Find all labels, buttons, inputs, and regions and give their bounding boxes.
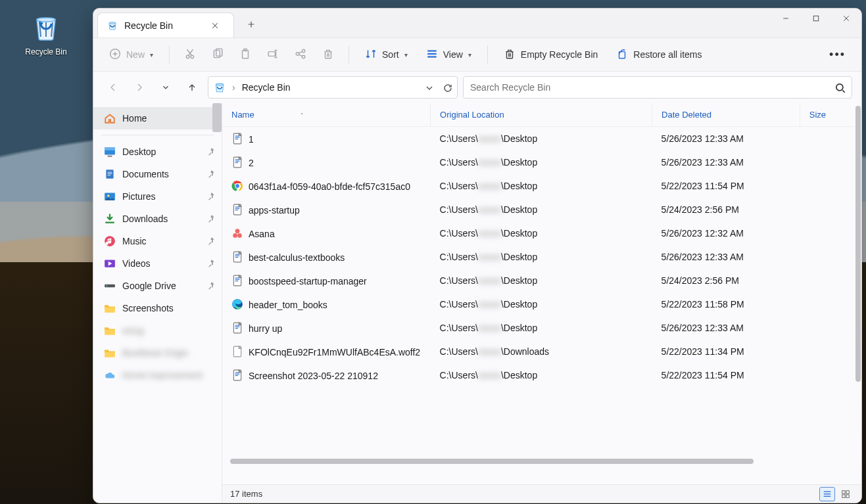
paste-icon xyxy=(239,48,251,62)
up-button[interactable] xyxy=(181,77,203,98)
sidebar-item[interactable]: Google Drive xyxy=(93,275,222,297)
sidebar-label: Desktop xyxy=(122,147,156,157)
maximize-button[interactable] xyxy=(801,9,831,28)
pictures-icon xyxy=(104,191,116,202)
share-button[interactable] xyxy=(289,44,312,66)
recent-button[interactable] xyxy=(155,77,176,98)
file-row[interactable]: hurry upC:\Users\xxxxx\Desktop5/26/2023 … xyxy=(222,316,854,340)
scrollbar-thumb[interactable] xyxy=(855,106,861,382)
file-row[interactable]: KFOlCnqEu92Fr1MmWUlfABc4EsA.woff2C:\User… xyxy=(222,340,854,363)
sidebar-item[interactable]: Pictures xyxy=(93,185,222,208)
file-row[interactable]: Screenshot 2023-05-22 210912C:\Users\xxx… xyxy=(222,363,854,387)
sidebar-item[interactable]: Screenshots xyxy=(93,297,222,319)
cell-location: C:\Users\xxxxx\Desktop xyxy=(431,221,652,245)
address-bar[interactable]: › Recycle Bin xyxy=(208,76,458,99)
sidebar-item[interactable]: Bookbeat Origin xyxy=(93,342,222,364)
file-icon xyxy=(231,322,242,332)
chevron-down-icon: ▾ xyxy=(150,51,153,58)
sidebar-item[interactable]: Desktop xyxy=(93,141,222,163)
file-row[interactable]: header_tom_booksC:\Users\xxxxx\Desktop5/… xyxy=(222,292,854,316)
rename-icon xyxy=(267,48,279,62)
sidebar-item[interactable]: esizg xyxy=(93,319,222,342)
more-button[interactable]: ••• xyxy=(823,45,852,64)
cell-location: C:\Users\xxxxx\Desktop xyxy=(431,150,652,174)
file-icon xyxy=(231,180,242,191)
column-header-name[interactable]: Name˄ xyxy=(222,103,431,127)
rename-button[interactable] xyxy=(262,44,284,66)
sidebar-label: esizg xyxy=(122,325,144,336)
file-row[interactable]: 2C:\Users\xxxxx\Desktop5/26/2023 12:33 A… xyxy=(222,150,854,174)
refresh-button[interactable] xyxy=(443,82,453,93)
column-header-date-deleted[interactable]: Date Deleted xyxy=(652,103,800,127)
cell-size xyxy=(800,198,854,221)
cell-date: 5/26/2023 12:33 AM xyxy=(652,245,800,269)
file-icon xyxy=(231,369,242,380)
empty-recycle-bin-button[interactable]: Empty Recycle Bin xyxy=(497,44,604,66)
plus-icon xyxy=(109,48,121,62)
horizontal-scrollbar[interactable] xyxy=(230,458,852,465)
file-row[interactable]: 0643f1a4-f059-40a0-bfde-fcf57c315ac0C:\U… xyxy=(222,174,854,198)
copy-button[interactable] xyxy=(206,44,229,66)
minimize-button[interactable] xyxy=(771,9,801,28)
new-button[interactable]: New ▾ xyxy=(103,44,160,66)
search-box[interactable] xyxy=(463,76,852,99)
titlebar: Recycle Bin xyxy=(93,9,861,37)
file-row[interactable]: boostspeed-startup-managerC:\Users\xxxxx… xyxy=(222,269,854,292)
sidebar-item[interactable]: Documents xyxy=(93,163,222,185)
delete-button[interactable] xyxy=(317,44,339,66)
share-icon xyxy=(295,48,306,62)
file-row[interactable]: best-calculus-textbooksC:\Users\xxxxx\De… xyxy=(222,245,854,269)
cell-name: header_tom_books xyxy=(222,292,431,316)
file-row[interactable]: 1C:\Users\xxxxx\Desktop5/26/2023 12:33 A… xyxy=(222,127,854,151)
details-view-button[interactable] xyxy=(819,487,835,501)
file-icon xyxy=(231,298,242,309)
tab-recycle-bin[interactable]: Recycle Bin xyxy=(97,12,234,37)
pin-icon xyxy=(207,237,216,246)
file-row[interactable]: apps-startupC:\Users\xxxxx\Desktop5/24/2… xyxy=(222,198,854,221)
sidebar-item[interactable]: Home improvement xyxy=(93,364,222,386)
close-tab-button[interactable] xyxy=(206,16,224,35)
column-header-original-location[interactable]: Original Location xyxy=(431,103,652,127)
column-header-size[interactable]: Size xyxy=(800,103,854,127)
sidebar-label: Videos xyxy=(122,258,151,269)
sidebar-item[interactable]: Videos xyxy=(93,252,222,275)
home-icon xyxy=(104,112,116,124)
forward-button[interactable] xyxy=(129,77,150,98)
sort-indicator-icon: ˄ xyxy=(301,112,304,119)
paste-button[interactable] xyxy=(234,44,256,66)
status-bar: 17 items xyxy=(222,484,861,503)
new-tab-button[interactable] xyxy=(239,12,263,36)
file-row[interactable]: AsanaC:\Users\xxxxx\Desktop5/26/2023 12:… xyxy=(222,221,854,245)
music-icon xyxy=(104,235,116,247)
folder-icon xyxy=(104,325,116,336)
sidebar-item[interactable]: Music xyxy=(93,230,222,252)
restore-all-button[interactable]: Restore all items xyxy=(610,44,708,66)
scrollbar-thumb[interactable] xyxy=(212,103,222,132)
cell-name: 2 xyxy=(222,150,431,174)
nav-pane: Home DesktopDocumentsPicturesDownloadsMu… xyxy=(93,103,222,503)
close-button[interactable] xyxy=(831,9,861,28)
videos-icon xyxy=(104,258,116,269)
large-icons-view-button[interactable] xyxy=(838,487,854,501)
cell-date: 5/26/2023 12:33 AM xyxy=(652,127,800,151)
desktop-recycle-bin[interactable]: Recycle Bin xyxy=(20,13,72,57)
cell-location: C:\Users\xxxxx\Desktop xyxy=(431,198,652,221)
sidebar-item[interactable]: Downloads xyxy=(93,208,222,230)
sidebar-home[interactable]: Home xyxy=(93,107,222,129)
chevron-right-icon: › xyxy=(232,82,235,93)
cut-button[interactable] xyxy=(179,44,201,66)
scrollbar-thumb[interactable] xyxy=(230,459,754,464)
file-icon xyxy=(231,346,242,356)
cell-date: 5/22/2023 11:54 PM xyxy=(652,363,800,387)
cell-name: Asana xyxy=(222,221,431,245)
cell-location: C:\Users\xxxxx\Desktop xyxy=(431,363,652,387)
cell-location: C:\Users\xxxxx\Downloads xyxy=(431,340,652,363)
sort-button[interactable]: Sort ▾ xyxy=(358,44,414,66)
vertical-scrollbar[interactable] xyxy=(855,106,861,455)
pin-icon xyxy=(207,147,216,156)
trash-icon xyxy=(322,48,334,62)
search-input[interactable] xyxy=(470,82,834,93)
back-button[interactable] xyxy=(103,77,124,98)
address-dropdown[interactable] xyxy=(424,82,435,93)
view-button[interactable]: View ▾ xyxy=(420,44,478,66)
